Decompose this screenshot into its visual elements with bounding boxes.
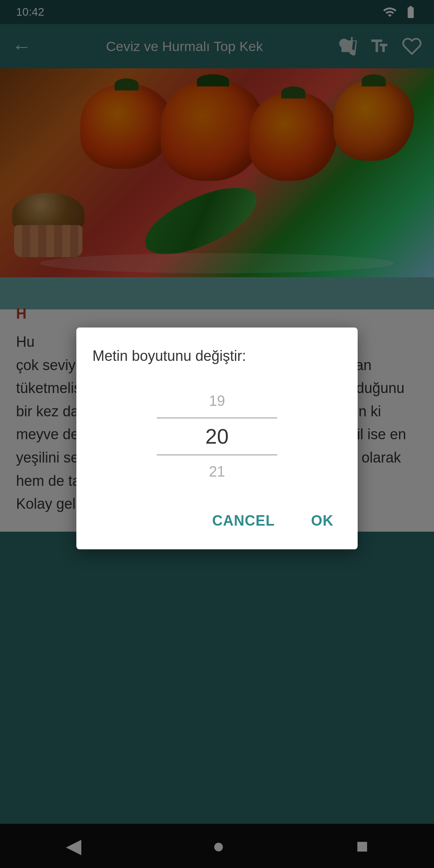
- font-size-selected: 20: [92, 418, 342, 454]
- dialog-actions: CANCEL OK: [92, 508, 342, 533]
- font-size-next: 21: [92, 455, 342, 488]
- ok-button[interactable]: OK: [303, 508, 342, 533]
- font-size-prev: 19: [92, 385, 342, 418]
- cancel-button[interactable]: CANCEL: [204, 508, 283, 533]
- font-size-picker[interactable]: 19 20 21: [92, 385, 342, 488]
- font-size-dialog: Metin boyutunu değiştir: 19 20 21 CANCEL…: [76, 328, 358, 549]
- dialog-title: Metin boyutunu değiştir:: [92, 348, 342, 364]
